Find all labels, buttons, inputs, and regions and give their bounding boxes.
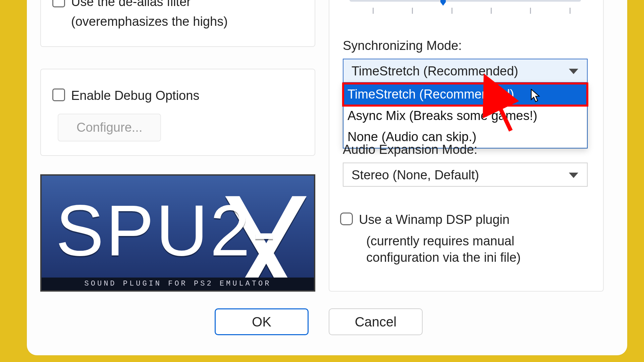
audio-expansion-combo[interactable]: Stereo (None, Default): [343, 163, 588, 187]
sync-mode-combo[interactable]: TimeStretch (Recommended): [343, 59, 588, 83]
chevron-down-icon: [569, 69, 578, 74]
debug-checkbox[interactable]: [52, 88, 65, 101]
sync-option-asyncmix[interactable]: Async Mix (Breaks some games!): [343, 105, 587, 127]
sync-mode-label: Synchronizing Mode:: [343, 39, 462, 53]
slider-thumb[interactable]: [440, 0, 446, 6]
sync-mode-value: TimeStretch (Recommended): [352, 64, 518, 78]
logo-main: SPU2-: [56, 189, 278, 272]
spu2x-logo: X SPU2- SOUND PLUGIN FOR PS2 EMULATOR: [40, 174, 315, 292]
dialog-buttons: OK Cancel: [215, 308, 423, 335]
sync-mode-dropdown[interactable]: TimeStretch (Recommended) Async Mix (Bre…: [343, 83, 588, 148]
chevron-down-icon: [569, 173, 578, 178]
dealias-panel: Use the de-alias filter (overemphasizes …: [40, 0, 315, 47]
dealias-checkbox[interactable]: [52, 0, 65, 7]
audio-expansion-label: Audio Expansion Mode:: [343, 142, 477, 157]
winamp-checkbox[interactable]: [340, 213, 353, 225]
winamp-label: Use a Winamp DSP plugin: [359, 211, 509, 228]
dealias-label: Use the de-alias filter: [71, 0, 191, 10]
cancel-button[interactable]: Cancel: [329, 308, 423, 335]
ok-button[interactable]: OK: [215, 308, 309, 335]
settings-panel: Synchronizing Mode: TimeStretch (Recomme…: [329, 0, 604, 292]
latency-slider[interactable]: [350, 0, 581, 2]
dealias-sublabel: (overemphasizes the highs): [41, 14, 315, 29]
sync-option-timestretch[interactable]: TimeStretch (Recommended): [343, 84, 587, 105]
configure-button[interactable]: Configure...: [58, 114, 161, 141]
debug-panel: Enable Debug Options Configure...: [40, 69, 315, 156]
logo-subtitle: SOUND PLUGIN FOR PS2 EMULATOR: [42, 278, 314, 290]
winamp-sublabel: (currently requires manual configuration…: [366, 233, 581, 266]
spu2x-settings-dialog: Use the de-alias filter (overemphasizes …: [27, 0, 627, 355]
debug-label: Enable Debug Options: [71, 87, 199, 104]
audio-expansion-value: Stereo (None, Default): [352, 168, 479, 182]
